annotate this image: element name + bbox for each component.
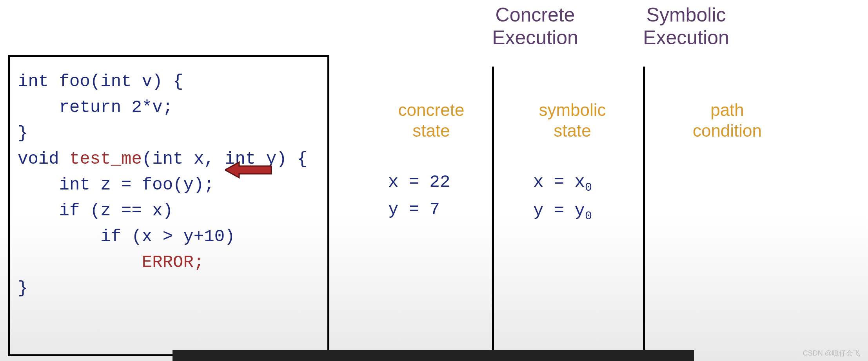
concrete-x: x = 22 bbox=[388, 168, 450, 196]
code-err-indent bbox=[18, 253, 142, 272]
label-symbolic-state: symbolic state bbox=[521, 100, 623, 141]
label-concrete-state-l1: concrete bbox=[382, 100, 480, 121]
divider-1 bbox=[492, 67, 494, 361]
label-path-condition-l1: path bbox=[674, 100, 780, 121]
symbolic-y-pre: y = y bbox=[533, 201, 585, 220]
symbolic-y: y = y0 bbox=[533, 197, 592, 226]
header-concrete-l1: Concrete bbox=[472, 4, 598, 27]
code-line-z: int z = foo(y); bbox=[18, 172, 320, 198]
code-line-foo-body: return 2*v; bbox=[18, 94, 320, 120]
label-path-condition: path condition bbox=[674, 100, 780, 141]
divider-2 bbox=[643, 67, 645, 361]
header-concrete-l2: Execution bbox=[472, 27, 598, 49]
code-line-foo-end: } bbox=[18, 120, 320, 146]
label-symbolic-state-l1: symbolic bbox=[521, 100, 623, 121]
concrete-state-block: x = 22 y = 7 bbox=[388, 168, 450, 224]
symbolic-y-sub: 0 bbox=[585, 209, 592, 223]
symbolic-x-sub: 0 bbox=[585, 181, 592, 194]
code-line-if2: if (x > y+10) bbox=[18, 224, 320, 249]
code-line-if1: if (z == x) bbox=[18, 198, 320, 224]
symbolic-x: x = x0 bbox=[533, 168, 592, 197]
code-line-test-end: } bbox=[18, 275, 320, 301]
code-box: int foo(int v) { return 2*v; } void test… bbox=[8, 55, 329, 356]
symbolic-x-pre: x = x bbox=[533, 172, 585, 192]
header-symbolic-l2: Execution bbox=[623, 27, 749, 49]
code-test-params: (int x, int y) { bbox=[142, 149, 307, 169]
code-line-error: ERROR; bbox=[18, 249, 320, 275]
code-kw-void: void bbox=[18, 149, 69, 169]
label-symbolic-state-l2: state bbox=[521, 121, 623, 141]
label-path-condition-l2: condition bbox=[674, 121, 780, 141]
bottom-bar bbox=[173, 350, 694, 361]
header-concrete-execution: Concrete Execution bbox=[472, 4, 598, 49]
code-error-token: ERROR; bbox=[142, 253, 204, 272]
watermark: CSDN @嘎仔会飞 bbox=[803, 348, 860, 358]
label-concrete-state: concrete state bbox=[382, 100, 480, 141]
code-line-foo-sig: int foo(int v) { bbox=[18, 69, 320, 94]
symbolic-state-block: x = x0 y = y0 bbox=[533, 168, 592, 226]
code-line-test-sig: void test_me(int x, int y) { bbox=[18, 146, 320, 172]
header-symbolic-execution: Symbolic Execution bbox=[623, 4, 749, 49]
header-symbolic-l1: Symbolic bbox=[623, 4, 749, 27]
code-fn-testme: test_me bbox=[69, 149, 142, 169]
label-concrete-state-l2: state bbox=[382, 121, 480, 141]
concrete-y: y = 7 bbox=[388, 196, 450, 223]
